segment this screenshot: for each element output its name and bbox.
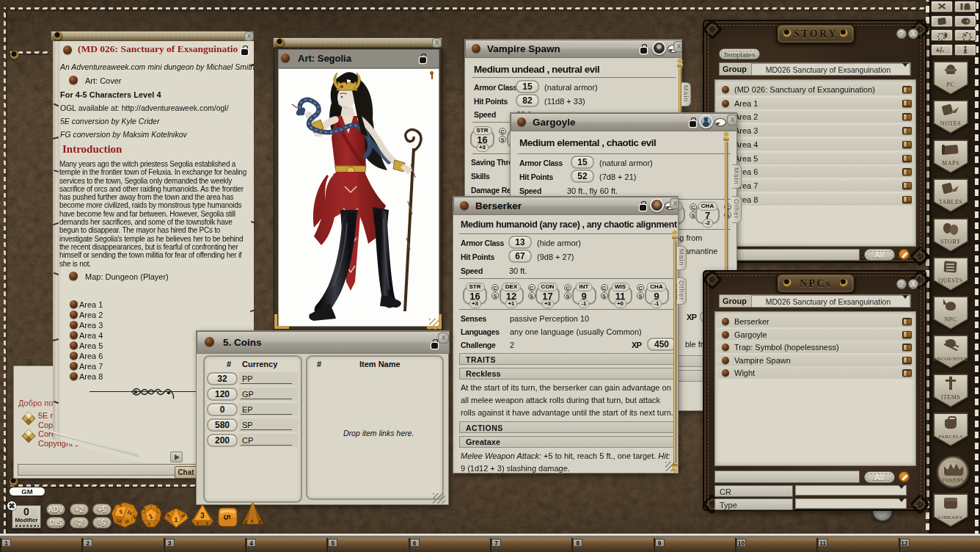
svg-text:2: 2 xyxy=(206,521,208,526)
svg-text:1: 1 xyxy=(197,521,199,526)
svg-text:2: 2 xyxy=(148,522,150,526)
svg-text:4: 4 xyxy=(251,519,253,523)
svg-text:3: 3 xyxy=(200,512,205,520)
svg-text:1: 1 xyxy=(174,516,178,523)
svg-text:5: 5 xyxy=(222,515,233,520)
